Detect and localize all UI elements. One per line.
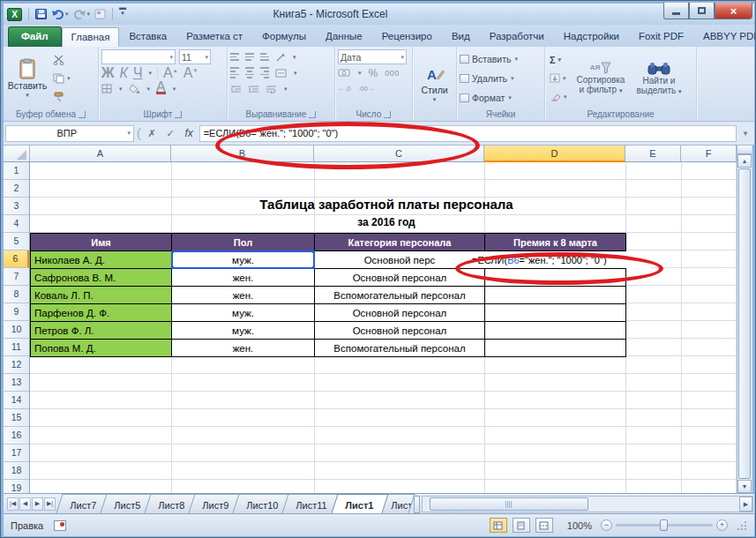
row-header-10[interactable]: 10 [4, 321, 29, 339]
tab-view[interactable]: Вид [442, 26, 480, 47]
align-bottom-icon[interactable] [260, 53, 269, 61]
last-sheet-icon[interactable]: ▶| [44, 497, 56, 511]
row-header-13[interactable]: 13 [4, 374, 29, 392]
copy-icon[interactable]: ▾ [51, 71, 72, 86]
cell-name-row9[interactable]: Парфенов Д. Ф. [31, 304, 172, 322]
cell-bonus-row8[interactable] [485, 287, 626, 304]
enter-entry-icon[interactable]: ✓ [162, 125, 179, 141]
underline-icon[interactable]: Ч [133, 65, 143, 81]
borders-icon[interactable] [101, 84, 112, 93]
cell-gender-row9[interactable]: муж. [172, 304, 315, 322]
column-header-D[interactable]: D [484, 146, 625, 162]
row-header-5[interactable]: 5 [4, 233, 29, 250]
cell-gender-row10[interactable]: муж. [172, 322, 315, 340]
delete-cells-button[interactable]: Удалить▾ [460, 71, 542, 86]
row-header-17[interactable]: 17 [4, 445, 29, 462]
column-header-C[interactable]: C [314, 146, 484, 161]
minimize-button[interactable] [663, 3, 689, 19]
decrease-decimal-icon[interactable]: .00→ [358, 85, 375, 93]
clipboard-dialog-launcher-icon[interactable] [79, 111, 86, 118]
resize-grip[interactable] [737, 520, 747, 531]
bold-icon[interactable]: Ж [101, 65, 114, 81]
name-box[interactable]: ВПР▾ [5, 125, 134, 142]
horizontal-scrollbar[interactable]: ▶ [422, 496, 753, 512]
expand-formula-bar-icon[interactable]: ▼ [738, 130, 752, 138]
column-header-B[interactable]: B [171, 146, 314, 161]
align-middle-icon[interactable] [245, 53, 254, 61]
maximize-button[interactable] [689, 3, 715, 19]
comma-style-icon[interactable]: 000 [385, 69, 400, 78]
table-header-3[interactable]: Премия к 8 марта [485, 234, 626, 251]
column-header-F[interactable]: F [681, 146, 737, 161]
cell-category-row10[interactable]: Основной персонал [315, 322, 485, 340]
zoom-thumb[interactable] [660, 519, 668, 531]
number-format-select[interactable]: Дата▾ [338, 49, 407, 64]
tab-abbyy-pdf[interactable]: ABBYY PDF 1 [693, 26, 756, 47]
insert-cells-button[interactable]: Вставить▾ [460, 51, 542, 66]
prev-sheet-icon[interactable]: ◀ [19, 497, 31, 511]
scroll-up-icon[interactable]: ▲ [737, 154, 752, 168]
row-header-14[interactable]: 14 [4, 392, 29, 409]
row-header-4[interactable]: 4 [4, 215, 29, 233]
row-header-6[interactable]: 6 [4, 250, 29, 268]
row-header-7[interactable]: 7 [4, 268, 29, 286]
row-header-9[interactable]: 9 [4, 303, 29, 321]
table-header-1[interactable]: Пол [172, 234, 315, 251]
cell-bonus-row11[interactable] [485, 340, 626, 357]
autosum-icon[interactable]: Σ▾ [548, 52, 571, 68]
vertical-scrollbar[interactable]: ▲ ▼ [737, 146, 752, 493]
close-button[interactable]: × [715, 3, 752, 19]
tab-review[interactable]: Рецензиро [372, 26, 442, 47]
next-sheet-icon[interactable]: ▶ [32, 497, 43, 511]
sort-filter-button[interactable]: АЯ Сортировкаи фильтр ▾ [573, 49, 628, 108]
table-header-2[interactable]: Категория персонала [315, 234, 485, 251]
row-header-12[interactable]: 12 [4, 356, 29, 374]
page-layout-view-icon[interactable] [513, 518, 530, 533]
zoom-in-icon[interactable]: + [716, 519, 728, 531]
column-header-A[interactable]: A [30, 146, 171, 161]
cell-name-row11[interactable]: Попова М. Д. [31, 340, 172, 357]
font-dialog-launcher-icon[interactable] [175, 111, 182, 118]
table-header-0[interactable]: Имя [31, 234, 172, 251]
cell-bonus-row9[interactable] [485, 304, 626, 322]
align-right-icon[interactable] [260, 67, 269, 78]
insert-function-icon[interactable]: fx [181, 125, 198, 141]
italic-icon[interactable]: К [119, 65, 127, 81]
wrap-text-icon[interactable] [266, 85, 277, 93]
fill-color-icon[interactable] [129, 84, 140, 93]
row-header-11[interactable]: 11 [4, 339, 29, 356]
tab-developer[interactable]: Разработчи [480, 26, 554, 47]
cell-name-row7[interactable]: Сафронова В. М. [31, 269, 172, 287]
cell-d6-formula[interactable]: =ЕСЛИ(B6="жен."; "1000"; "0") [468, 251, 651, 268]
grow-font-icon[interactable]: А▲ [163, 65, 178, 81]
orientation-icon[interactable] [275, 52, 286, 63]
cell-category-row8[interactable]: Вспомогательный персонал [315, 287, 485, 304]
accounting-format-icon[interactable] [338, 68, 350, 78]
merge-center-icon[interactable] [275, 69, 287, 78]
alignment-dialog-launcher-icon[interactable] [309, 111, 316, 118]
cut-icon[interactable] [51, 52, 72, 68]
vertical-scroll-thumb[interactable] [738, 168, 751, 479]
tab-addins[interactable]: Надстройки [554, 26, 629, 47]
tab-foxit-pdf[interactable]: Foxit PDF [629, 26, 693, 47]
cell-bonus-row10[interactable] [485, 322, 626, 340]
find-select-button[interactable]: Найти ивыделить ▾ [631, 49, 687, 108]
fill-icon[interactable]: ▾ [548, 71, 571, 86]
row-header-8[interactable]: 8 [4, 286, 29, 303]
font-color-icon[interactable]: А [156, 83, 166, 94]
select-all-corner[interactable] [4, 146, 30, 161]
number-dialog-launcher-icon[interactable] [384, 111, 391, 118]
formula-input[interactable]: =ЕСЛИ(B6="жен."; "1000"; "0") [199, 125, 737, 142]
align-top-icon[interactable] [230, 53, 239, 61]
paste-button[interactable]: Вставить▾ [6, 49, 49, 108]
worksheet-grid[interactable]: ABCDEF 12345678910111213141516171819 Таб… [4, 146, 737, 493]
align-center-icon[interactable] [245, 67, 254, 78]
row-header-15[interactable]: 15 [4, 409, 29, 427]
format-painter-icon[interactable] [51, 89, 72, 105]
row-header-2[interactable]: 2 [4, 180, 29, 198]
split-handle[interactable] [737, 146, 752, 154]
clear-icon[interactable]: ▾ [548, 89, 571, 105]
cell-category-row6[interactable]: Основной перс [315, 251, 485, 269]
cell-name-row8[interactable]: Коваль Л. П. [31, 287, 172, 304]
scroll-right-icon[interactable]: ▶ [739, 497, 752, 512]
